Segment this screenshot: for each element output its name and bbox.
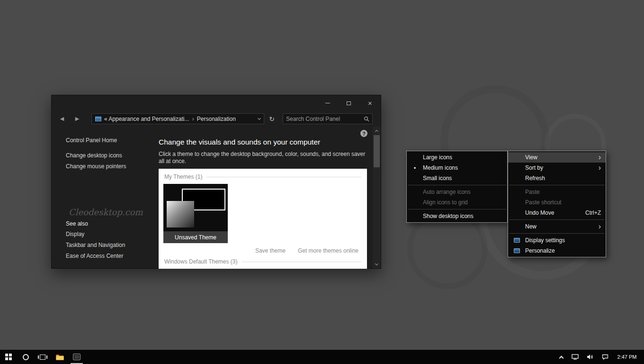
- show-hidden-icons-button[interactable]: [555, 350, 567, 364]
- theme-app-button[interactable]: [68, 350, 85, 364]
- sidebar-link-display[interactable]: Display: [66, 229, 125, 240]
- menu-item-display-settings[interactable]: Display settings: [508, 235, 606, 246]
- submenu-arrow-icon: ›: [599, 223, 601, 230]
- title-bar[interactable]: ×: [52, 95, 381, 111]
- search-box[interactable]: [283, 113, 373, 124]
- sidebar-links: Change desktop iconsChange mouse pointer…: [66, 150, 126, 172]
- my-themes-header: My Themes (1): [164, 173, 202, 180]
- page-title: Change the visuals and sounds on your co…: [159, 138, 373, 146]
- volume-button[interactable]: [582, 350, 598, 364]
- menu-item-label: Refresh: [525, 175, 601, 182]
- menu-separator: [509, 219, 605, 220]
- themes-panel: My Themes (1) Unsaved Theme Save theme G…: [159, 169, 367, 269]
- default-themes-group: Windows Default Themes (3): [164, 258, 361, 265]
- navigation-bar: ◀ ▶ « Appearance and Personalizati... › …: [52, 111, 381, 127]
- search-input[interactable]: [283, 116, 364, 122]
- desktop-context-menu: View›Sort by›RefreshPastePaste shortcutU…: [508, 151, 606, 257]
- breadcrumb-parent[interactable]: « Appearance and Personalizati...: [104, 116, 189, 122]
- action-center-button[interactable]: [598, 350, 613, 364]
- personalization-applet-icon: [95, 117, 101, 121]
- menu-item-label: Undo Move: [525, 209, 585, 216]
- group-divider: [242, 262, 362, 262]
- vertical-scrollbar[interactable]: [373, 127, 381, 268]
- minimize-icon: [325, 103, 330, 103]
- refresh-button[interactable]: ↻: [266, 113, 277, 124]
- menu-item-label: New: [525, 223, 599, 230]
- watermark-text: Cleodesktop.com: [69, 207, 143, 217]
- display-settings-icon: [508, 238, 525, 243]
- menu-item-label: Auto arrange icons: [423, 189, 502, 195]
- sidebar-link-ease-of-access-center[interactable]: Ease of Access Center: [66, 251, 125, 262]
- menu-item-paste: Paste: [508, 187, 606, 197]
- sidebar-link-change-desktop-icons[interactable]: Change desktop icons: [66, 150, 126, 161]
- submenu-arrow-icon: ›: [599, 164, 601, 172]
- display-settings-monitor-glyph: [514, 238, 520, 243]
- scroll-thumb[interactable]: [374, 135, 380, 167]
- network-button[interactable]: [567, 350, 582, 364]
- taskbar-left: [0, 350, 85, 364]
- menu-item-refresh[interactable]: Refresh: [508, 173, 606, 183]
- help-icon[interactable]: ?: [360, 130, 367, 137]
- menu-item-personalize[interactable]: Personalize: [508, 246, 606, 256]
- see-also-header: See also: [66, 220, 88, 227]
- menu-item-label: Align icons to grid: [423, 199, 502, 206]
- menu-item-sort-by[interactable]: Sort by›: [508, 163, 606, 173]
- menu-separator: [408, 185, 506, 185]
- file-explorer-button[interactable]: [51, 350, 68, 364]
- menu-item-view[interactable]: View›: [508, 152, 606, 163]
- menu-item-undo-move[interactable]: Undo MoveCtrl+Z: [508, 208, 606, 218]
- theme-links-row: Save theme Get more themes online: [159, 247, 358, 254]
- get-more-themes-link[interactable]: Get more themes online: [298, 247, 358, 254]
- personalization-window: × ◀ ▶ « Appearance and Personalizati... …: [51, 95, 381, 269]
- menu-item-label: Medium icons: [423, 164, 502, 171]
- chevron-up-icon: [559, 355, 564, 360]
- forward-button[interactable]: ▶: [72, 111, 82, 127]
- menu-item-label: Personalize: [525, 247, 601, 254]
- system-tray: 2:47 PM: [555, 350, 644, 364]
- cortana-button[interactable]: [17, 350, 34, 364]
- scroll-up-button[interactable]: [373, 127, 381, 134]
- sidebar-link-taskbar-and-navigation[interactable]: Taskbar and Navigation: [66, 240, 125, 251]
- menu-item-label: Paste: [525, 189, 601, 195]
- theme-name: Unsaved Theme: [163, 231, 228, 243]
- volume-icon: [587, 354, 593, 360]
- back-button[interactable]: ◀: [57, 111, 67, 127]
- sidebar-link-change-mouse-pointers[interactable]: Change mouse pointers: [66, 161, 126, 172]
- menu-separator: [509, 233, 605, 234]
- scroll-down-button[interactable]: [373, 261, 381, 268]
- start-button[interactable]: [0, 350, 17, 364]
- menu-separator: [408, 209, 506, 209]
- breadcrumb-current[interactable]: Personalization: [197, 116, 236, 122]
- menu-item-new[interactable]: New›: [508, 221, 606, 232]
- windows-default-themes-header: Windows Default Themes (3): [164, 258, 238, 265]
- address-bar[interactable]: « Appearance and Personalizati... › Pers…: [91, 113, 264, 124]
- menu-item-auto-arrange-icons: Auto arrange icons: [407, 187, 507, 197]
- menu-shortcut: Ctrl+Z: [585, 209, 601, 216]
- sidebar: Control Panel Home Change desktop iconsC…: [52, 127, 159, 268]
- close-button[interactable]: ×: [359, 95, 381, 111]
- menu-item-small-icons[interactable]: Small icons: [407, 173, 507, 183]
- theme-tile-unsaved[interactable]: Unsaved Theme: [163, 184, 228, 243]
- desktop[interactable]: × ◀ ▶ « Appearance and Personalizati... …: [0, 0, 644, 364]
- submenu-arrow-icon: ›: [599, 154, 601, 161]
- personalize-icon: [508, 248, 525, 253]
- sidebar-link-control-panel-home[interactable]: Control Panel Home: [66, 135, 117, 146]
- menu-separator: [509, 185, 605, 185]
- selected-bullet-icon: •: [407, 164, 423, 172]
- address-dropdown-icon[interactable]: [258, 117, 260, 121]
- page-description: Click a theme to change the desktop back…: [159, 151, 366, 165]
- main-content: ? Change the visuals and sounds on your …: [159, 127, 373, 268]
- taskbar-clock[interactable]: 2:47 PM: [613, 354, 644, 360]
- menu-item-show-desktop-icons[interactable]: Show desktop icons: [407, 211, 507, 221]
- menu-item-medium-icons[interactable]: •Medium icons: [407, 163, 507, 173]
- view-submenu: Large icons•Medium iconsSmall iconsAuto …: [406, 151, 508, 223]
- action-center-icon: [602, 354, 608, 360]
- maximize-button[interactable]: [338, 95, 359, 111]
- task-view-button[interactable]: [34, 350, 51, 364]
- minimize-button[interactable]: [317, 95, 338, 111]
- menu-item-label: Paste shortcut: [525, 199, 601, 206]
- caption-buttons: ×: [317, 95, 381, 111]
- save-theme-link[interactable]: Save theme: [255, 247, 286, 254]
- menu-item-large-icons[interactable]: Large icons: [407, 152, 507, 163]
- theme-preview: [163, 184, 228, 231]
